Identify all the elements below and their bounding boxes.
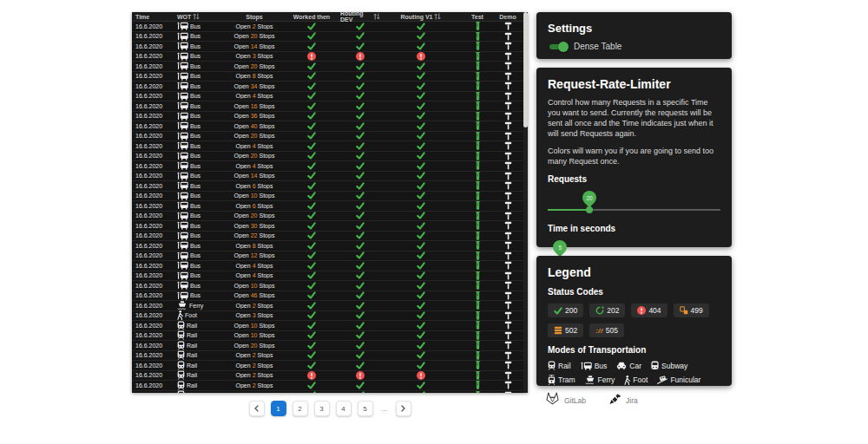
demo-hammer-icon[interactable] [504,232,512,240]
cell-demo[interactable] [496,212,519,220]
cell-demo[interactable] [496,221,519,230]
cell-test[interactable] [458,152,496,160]
test-vial-icon[interactable] [476,291,480,300]
test-vial-icon[interactable] [476,32,480,41]
cell-demo[interactable] [496,32,519,41]
test-vial-icon[interactable] [476,42,480,50]
demo-hammer-icon[interactable] [504,271,512,280]
test-vial-icon[interactable] [476,22,480,30]
test-vial-icon[interactable] [476,172,480,180]
test-vial-icon[interactable] [476,361,480,369]
demo-hammer-icon[interactable] [504,121,512,130]
cell-test[interactable] [458,72,496,81]
demo-hammer-icon[interactable] [504,212,512,220]
demo-hammer-icon[interactable] [504,101,512,110]
test-vial-icon[interactable] [476,181,480,190]
demo-hammer-icon[interactable] [504,251,512,260]
cell-test[interactable] [458,172,496,180]
column-header-test[interactable]: Test [458,14,496,20]
toggle-knob[interactable] [558,42,569,52]
test-vial-icon[interactable] [476,281,480,290]
cell-demo[interactable] [496,271,519,280]
test-vial-icon[interactable] [476,261,480,270]
cell-test[interactable] [458,141,496,150]
demo-hammer-icon[interactable] [504,141,512,150]
test-vial-icon[interactable] [476,192,480,200]
cell-demo[interactable] [496,141,519,150]
cell-demo[interactable] [496,251,519,260]
test-vial-icon[interactable] [476,212,480,220]
cell-test[interactable] [458,221,496,230]
demo-hammer-icon[interactable] [504,62,512,70]
test-vial-icon[interactable] [476,381,480,389]
column-header-routing-v1[interactable]: Routing V1 [384,12,458,21]
cell-test[interactable] [458,52,496,61]
cell-demo[interactable] [496,361,519,369]
test-vial-icon[interactable] [476,251,480,260]
pagination-page-1[interactable]: 1 [271,401,286,416]
cell-demo[interactable] [496,311,519,320]
cell-test[interactable] [458,241,496,250]
cell-test[interactable] [458,201,496,210]
demo-hammer-icon[interactable] [504,221,512,230]
demo-hammer-icon[interactable] [504,281,512,290]
demo-hammer-icon[interactable] [504,172,512,180]
cell-demo[interactable] [496,152,519,160]
pagination-page-2[interactable]: 2 [293,401,308,416]
pagination-next-button[interactable] [396,401,411,416]
test-vial-icon[interactable] [476,271,480,280]
demo-hammer-icon[interactable] [504,152,512,160]
cell-test[interactable] [458,341,496,349]
demo-hammer-icon[interactable] [504,112,512,121]
demo-hammer-icon[interactable] [504,381,512,389]
demo-hammer-icon[interactable] [504,92,512,101]
jira-link[interactable]: Jira [608,393,638,408]
cell-test[interactable] [458,192,496,200]
cell-demo[interactable] [496,391,519,393]
demo-hammer-icon[interactable] [504,351,512,360]
demo-hammer-icon[interactable] [504,291,512,300]
cell-test[interactable] [458,32,496,41]
test-vial-icon[interactable] [476,62,480,70]
cell-test[interactable] [458,42,496,50]
cell-demo[interactable] [496,161,519,170]
test-vial-icon[interactable] [476,201,480,210]
test-vial-icon[interactable] [476,351,480,360]
cell-demo[interactable] [496,112,519,121]
test-vial-icon[interactable] [476,92,480,101]
demo-hammer-icon[interactable] [504,201,512,210]
cell-demo[interactable] [496,52,519,61]
demo-hammer-icon[interactable] [504,371,512,380]
cell-test[interactable] [458,291,496,300]
cell-test[interactable] [458,232,496,240]
sort-icon[interactable] [373,12,380,21]
cell-demo[interactable] [496,181,519,190]
column-header-demo[interactable]: Demo [496,14,519,20]
cell-demo[interactable] [496,232,519,240]
cell-demo[interactable] [496,261,519,270]
cell-test[interactable] [458,381,496,389]
table-scrollbar[interactable] [523,12,528,393]
sort-icon[interactable] [434,12,441,21]
test-vial-icon[interactable] [476,112,480,121]
cell-test[interactable] [458,361,496,369]
demo-hammer-icon[interactable] [504,52,512,61]
cell-demo[interactable] [496,381,519,389]
cell-test[interactable] [458,92,496,101]
cell-test[interactable] [458,112,496,121]
cell-demo[interactable] [496,92,519,101]
column-header-time[interactable]: Time [132,14,174,20]
demo-hammer-icon[interactable] [504,361,512,369]
demo-hammer-icon[interactable] [504,311,512,320]
cell-test[interactable] [458,371,496,380]
cell-demo[interactable] [496,101,519,110]
demo-hammer-icon[interactable] [504,22,512,30]
demo-hammer-icon[interactable] [504,321,512,330]
cell-test[interactable] [458,271,496,280]
cell-demo[interactable] [496,201,519,210]
cell-test[interactable] [458,132,496,140]
cell-test[interactable] [458,261,496,270]
cell-demo[interactable] [496,241,519,250]
cell-demo[interactable] [496,82,519,90]
cell-demo[interactable] [496,341,519,349]
